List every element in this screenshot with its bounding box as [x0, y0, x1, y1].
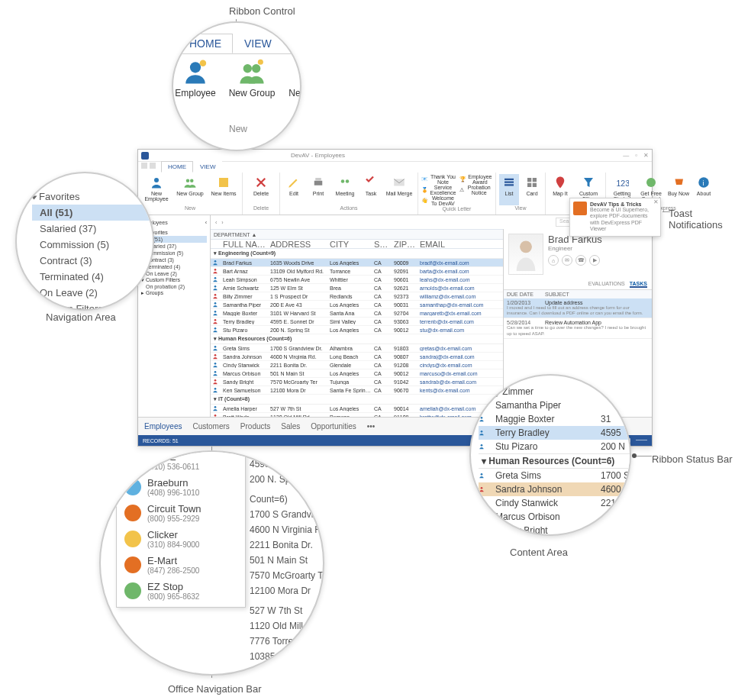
nav-item[interactable]: Terminated (4) [146, 263, 207, 270]
table-row[interactable]: Sandra Johnson4600 N Virginia Rd.Long Be… [211, 353, 503, 361]
new-employee-button[interactable]: New Employee [141, 174, 172, 205]
nav-item[interactable]: Contract (3) [146, 256, 207, 263]
qat-icon[interactable] [141, 163, 147, 169]
customer-item[interactable]: ACME(310) 536-0611 [117, 450, 245, 474]
table-row[interactable]: Bart Arnaz13109 Old Mylford Rd.TorranceC… [211, 267, 503, 276]
table-row[interactable]: Maggie Boxter31 [479, 412, 631, 426]
phone-icon[interactable]: ☎ [575, 255, 586, 266]
footnav-more[interactable]: ••• [367, 422, 376, 431]
task-row[interactable]: 1/20/2013Update addressI moved and I nee… [504, 298, 652, 318]
mag-new-group[interactable]: New Group [227, 59, 277, 122]
view-list-button[interactable]: List [499, 174, 519, 205]
mail-icon[interactable]: ✉ [562, 255, 572, 266]
table-row[interactable]: Cindy Stanwick221 [479, 496, 631, 510]
footnav-opportunities[interactable]: Opportunities [311, 422, 356, 431]
chevron-right-icon[interactable]: ▸ [141, 290, 144, 295]
tab-evaluations[interactable]: EVALUATIONS [588, 281, 625, 288]
footnav-employees[interactable]: Employees [144, 422, 182, 431]
nav-item[interactable]: Salaried (37) [146, 243, 207, 250]
grid-group[interactable]: ▾ IT (Count=8) [211, 395, 503, 405]
customer-item[interactable]: E-Mart(847) 286-2500 [117, 552, 245, 578]
table-row[interactable]: Sandy Bright7570 McGroarty TerTujungaCA9… [211, 378, 503, 386]
table-row[interactable]: Cindy Stanwick2211 Bonita Dr.GlendaleCA9… [211, 361, 503, 369]
table-row[interactable]: Marcus Orbison501 N Main StLos AngelesCA… [211, 369, 503, 378]
table-row[interactable]: Stu Pizaro200 N [479, 440, 631, 453]
nav-item[interactable]: On Leave (2) [146, 270, 207, 277]
customer-item[interactable]: EZ Stop(800) 965-8632 [117, 578, 245, 604]
view-card-button[interactable]: Card [522, 174, 542, 205]
ribbon-tab-view[interactable]: VIEW [193, 161, 222, 173]
nav-item[interactable]: Contract (3) [32, 253, 154, 269]
ql-service[interactable]: 🏅Service Excellence [421, 185, 456, 195]
toast-notification[interactable]: ✕ DevAV Tips & Tricks Become a UI Superh… [569, 198, 661, 237]
table-row[interactable]: Brad Farkus1635 Woods DriveLos AngelesCA… [211, 259, 503, 267]
tab-tasks[interactable]: TASKS [630, 281, 647, 288]
ql-thank-you[interactable]: 📧Thank You Note [421, 174, 456, 185]
ribbon-tab-home[interactable]: HOME [161, 161, 193, 173]
qat-icon[interactable] [150, 163, 156, 169]
ql-welcome[interactable]: 👋Welcome To DevAV [421, 195, 456, 206]
table-row[interactable]: Terry Bradley4595 E. Sonnet DrSimi Valle… [211, 318, 503, 326]
new-items-button[interactable]: New Items [208, 174, 239, 205]
mapit-button[interactable]: Map It [549, 174, 572, 205]
nav-item[interactable]: Commission (5) [32, 237, 154, 253]
customer-item[interactable]: Circuit Town(800) 955-2929 [117, 500, 245, 526]
print-button[interactable]: Print [308, 174, 329, 205]
meeting-button[interactable]: Meeting [332, 174, 358, 205]
table-row[interactable]: Sandy Bright [479, 524, 631, 536]
table-row[interactable]: Marcus Orbison [479, 510, 631, 524]
ql-award[interactable]: 🏆Employee Award [459, 174, 492, 185]
home-icon[interactable]: ⌂ [548, 255, 559, 266]
footnav-sales[interactable]: Sales [281, 422, 300, 431]
table-row[interactable]: Maggie Boxter3101 W Harvard StSanta AnaC… [211, 309, 503, 318]
table-row[interactable]: Leah Simpson6755 Newlin AveWhittierCA906… [211, 276, 503, 284]
table-row[interactable]: Greta Sims1700 S Grandview Dr.AlhambraCA… [211, 344, 503, 353]
mag-new-partial[interactable]: Ne [283, 59, 301, 122]
grid-body[interactable]: ▾ Engineering (Count=9)Brad Farkus1635 W… [211, 249, 503, 417]
table-row[interactable]: Arnie Schwartz125 W Elm StBreaCA92621arn… [211, 284, 503, 292]
minimize-icon[interactable]: — [623, 152, 629, 159]
mailmerge-button[interactable]: Mail Merge [384, 174, 414, 205]
back-icon[interactable]: ‹ [215, 220, 217, 225]
grid-group[interactable]: ▾ Human Resources (Count=6) [211, 334, 503, 344]
table-row[interactable]: Terry Bradley4595 [479, 426, 631, 440]
grid-group[interactable]: ▾ Engineering (Count=9) [211, 249, 503, 259]
nav-item[interactable]: Terminated (4) [32, 269, 154, 285]
customer-item[interactable]: Braeburn(408) 996-1010 [117, 474, 245, 500]
footnav-customers[interactable]: Customers [192, 422, 229, 431]
fwd-icon[interactable]: › [221, 220, 223, 225]
nav-item[interactable]: All (51) [146, 236, 207, 243]
table-row[interactable]: Amelia Harper527 W 7th StLos AngelesCA90… [211, 405, 503, 413]
about-button[interactable]: iAbout [693, 174, 714, 205]
grid-group[interactable]: ▾ Human Resources (Count=6) [479, 453, 631, 469]
toast-close-icon[interactable]: ✕ [653, 198, 659, 205]
table-row[interactable]: Stu Pizaro200 N. Spring StLos AngelesCA9… [211, 326, 503, 334]
nav-item[interactable]: On Leave (2) [32, 285, 154, 301]
table-row[interactable]: Greta Sims1700 S [479, 469, 631, 482]
ql-probation[interactable]: ⚠Probation Notice [459, 185, 492, 195]
video-icon[interactable]: ▶ [589, 255, 600, 266]
mag-tab-home[interactable]: HOME [178, 34, 233, 53]
buy-button[interactable]: Buy Now [667, 174, 690, 205]
task-button[interactable]: Task [361, 174, 381, 205]
nav-item[interactable]: All (51) [32, 205, 154, 221]
task-row[interactable]: 5/28/2014Review Automation AppCan we set… [504, 318, 652, 338]
table-row[interactable]: Samantha Piper200 E Ave 43Los AngelesCA9… [211, 301, 503, 309]
nav-item[interactable]: Commission (5) [146, 250, 207, 256]
delete-button[interactable]: Delete [246, 174, 276, 205]
table-row[interactable]: Sandra Johnson4600 [479, 482, 631, 496]
mag-new-employee[interactable]: Employee [172, 59, 221, 122]
table-row[interactable]: Samantha Piper [479, 398, 631, 412]
table-row[interactable]: Brett Wade1120 Old Mill Rd.PomonaCA91108… [211, 413, 503, 417]
close-icon[interactable]: ✕ [643, 152, 649, 159]
maximize-icon[interactable]: ▫ [635, 152, 637, 159]
collapse-icon[interactable]: ‹ [205, 220, 207, 225]
nav-item[interactable]: On probation (2) [146, 283, 207, 290]
nav-item[interactable]: Salaried (37) [32, 221, 154, 237]
customer-item[interactable]: Clicker(310) 884-9000 [117, 526, 245, 552]
footnav-products[interactable]: Products [240, 422, 270, 431]
table-row[interactable]: Billy Zimmer1 S Prospect DrRedlandsCA923… [211, 292, 503, 301]
edit-button[interactable]: Edit [283, 174, 305, 205]
status-zoom[interactable]: ─── [636, 437, 647, 444]
new-group-button[interactable]: New Group [175, 174, 205, 205]
